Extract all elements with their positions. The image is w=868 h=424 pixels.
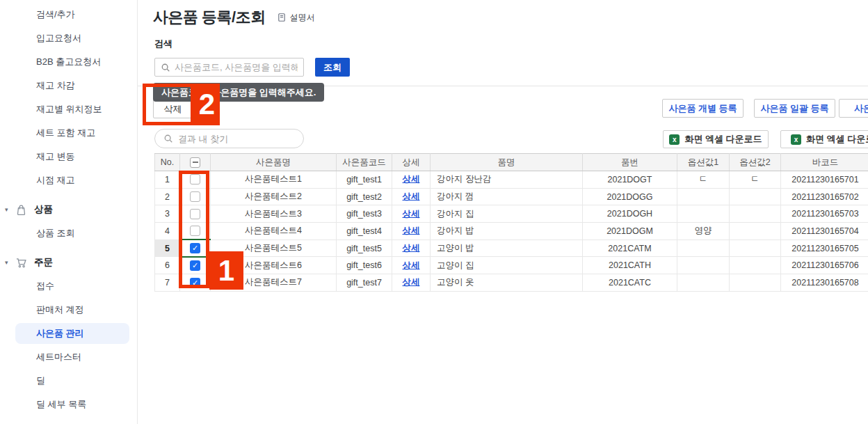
page-title: 사은품 등록/조회	[153, 7, 266, 28]
table-row: 7✓사은품테스트7gift_test7상세고양이 옷2021CATC202112…	[155, 274, 868, 292]
excel-download-button-2[interactable]: x 화면 엑셀 다운로드	[780, 130, 868, 148]
result-filter-input[interactable]	[178, 134, 295, 144]
gift-register-button-clipped[interactable]: 사은	[839, 99, 868, 118]
cell-gift-name: 사은품테스트5	[211, 240, 337, 257]
main-content: 사은품 등록/조회 설명서 검색 조회 사은품코드, 사은품명을 입력해주세요.…	[138, 0, 868, 424]
excel-download-label: 화면 엑셀 다운로드	[806, 133, 868, 146]
select-all-checkbox[interactable]	[190, 157, 200, 168]
sidebar-item-label: 판매처 계정	[36, 304, 84, 316]
cell-option2	[730, 257, 781, 274]
sidebar-item[interactable]: 딜 세부 목록	[0, 393, 137, 416]
cell-sku: 2021CATM	[583, 240, 677, 257]
gift-search-input[interactable]	[175, 62, 298, 72]
detail-link[interactable]: 상세	[403, 226, 420, 235]
cell-gift-code: gift_test1	[337, 171, 392, 189]
table-row: 4사은품테스트4gift_test4상세강아지 밥2021DOGM영양20211…	[155, 223, 868, 240]
sidebar-item[interactable]: 판매처 계정	[0, 298, 137, 322]
cell-gift-code: gift_test6	[337, 257, 392, 274]
column-header: 품명	[431, 154, 583, 171]
column-header	[180, 154, 211, 171]
row-checkbox[interactable]	[190, 226, 200, 236]
detail-link[interactable]: 상세	[403, 209, 420, 219]
cell-barcode: 20211230165706	[781, 257, 868, 274]
sidebar-item-label: 재고별 위치정보	[36, 103, 102, 116]
sidebar-item[interactable]: 재고 변동	[0, 145, 137, 168]
sidebar-item[interactable]: 딜	[0, 369, 137, 393]
sidebar-item[interactable]: 재고 차감	[0, 74, 137, 97]
delete-button[interactable]: 삭제	[153, 100, 193, 118]
cell-product-name: 고양이 옷	[431, 274, 583, 292]
cell-option1	[677, 257, 730, 274]
sidebar-item[interactable]: 세트마스터	[0, 345, 137, 369]
detail-link[interactable]: 상세	[403, 277, 420, 287]
sidebar-item[interactable]: 접수	[0, 274, 137, 298]
search-icon	[163, 134, 173, 143]
sidebar-item[interactable]: 검색/추가	[0, 3, 137, 26]
column-header: 옵션값2	[730, 154, 781, 171]
table-row: 3사은품테스트3gift_test3상세강아지 집2021DOGH2021123…	[155, 205, 868, 223]
row-checkbox[interactable]	[190, 174, 200, 184]
cell-gift-name: 사은품테스트7	[211, 274, 337, 292]
cell-barcode: 20211230165702	[781, 188, 868, 205]
manual-link[interactable]: 설명서	[277, 12, 315, 24]
cell-gift-name: 사은품테스트1	[211, 171, 337, 189]
sidebar-item-label: 상품	[34, 203, 53, 216]
sidebar-item[interactable]: 시점 재고	[0, 168, 137, 192]
sidebar-section[interactable]: ▾상품	[0, 198, 137, 221]
cell-product-name: 강아지 껌	[431, 188, 583, 205]
cell-barcode: 20211230165705	[781, 240, 868, 257]
sidebar-item-active[interactable]: 사은품 관리	[15, 323, 129, 344]
row-checkbox[interactable]: ✓	[190, 260, 200, 271]
cell-detail: 상세	[392, 188, 431, 205]
cell-option1	[677, 274, 730, 292]
excel-download-button[interactable]: x 화면 엑셀 다운로드	[663, 130, 769, 148]
detail-link[interactable]: 상세	[403, 191, 420, 201]
row-checkbox[interactable]	[190, 209, 200, 219]
sidebar-item[interactable]: 상품 조회	[0, 221, 137, 245]
cell-sku: 2021DOGG	[583, 188, 677, 205]
cell-product-name: 고양이 집	[431, 257, 583, 274]
excel-icon: x	[791, 134, 801, 145]
cell-checkbox	[180, 205, 211, 223]
sidebar-section[interactable]: ▾주문	[0, 251, 137, 274]
cell-no: 2	[155, 188, 180, 205]
cell-option2	[730, 223, 781, 240]
gift-single-register-button[interactable]: 사은품 개별 등록	[662, 99, 744, 118]
row-checkbox[interactable]: ✓	[190, 278, 200, 288]
sidebar-item[interactable]: B2B 출고요청서	[0, 50, 137, 74]
detail-link[interactable]: 상세	[403, 174, 420, 184]
row-checkbox[interactable]	[190, 191, 200, 202]
cell-checkbox	[180, 223, 211, 240]
table-header: No.사은품명사은품코드상세품명품번옵션값1옵션값2바코드	[155, 154, 868, 171]
sidebar-item[interactable]: 입고요청서	[0, 26, 137, 50]
cell-gift-code: gift_test5	[337, 240, 392, 257]
cell-checkbox	[180, 188, 211, 205]
cell-detail: 상세	[392, 205, 431, 223]
cell-product-name: 고양이 밥	[431, 240, 583, 257]
chevron-down-icon: ▾	[5, 206, 14, 213]
table-row: 1사은품테스트1gift_test1상세강아지 장난감2021DOGTㄷㄷ202…	[155, 171, 868, 189]
search-button[interactable]: 조회	[315, 58, 350, 77]
sidebar-item[interactable]: 세트 포함 재고	[0, 121, 137, 145]
sidebar-item[interactable]: 재고별 위치정보	[0, 97, 137, 121]
result-filter-box	[154, 129, 304, 148]
cell-no: 5	[155, 240, 180, 257]
cell-gift-name: 사은품테스트4	[211, 223, 337, 240]
bag-icon	[15, 204, 27, 216]
cell-sku: 2021CATH	[583, 257, 677, 274]
detail-link[interactable]: 상세	[403, 243, 420, 253]
detail-link[interactable]: 상세	[403, 260, 420, 270]
cell-gift-name: 사은품테스트6	[211, 257, 337, 274]
excel-icon: x	[669, 134, 680, 145]
sidebar-item-label: 상품 조회	[36, 227, 75, 240]
sidebar-item-label: 재고 차감	[36, 79, 75, 92]
column-header: 품번	[583, 154, 677, 171]
cell-sku: 2021DOGT	[583, 171, 677, 189]
cell-detail: 상세	[392, 171, 431, 189]
sidebar-item-label: 시점 재고	[36, 174, 75, 187]
cell-sku: 2021CATC	[583, 274, 677, 292]
cell-barcode: 20211230165701	[781, 171, 868, 189]
cell-option1: ㄷ	[677, 171, 730, 189]
gift-bulk-register-button[interactable]: 사은품 일괄 등록	[754, 99, 835, 118]
row-checkbox[interactable]: ✓	[190, 243, 200, 253]
